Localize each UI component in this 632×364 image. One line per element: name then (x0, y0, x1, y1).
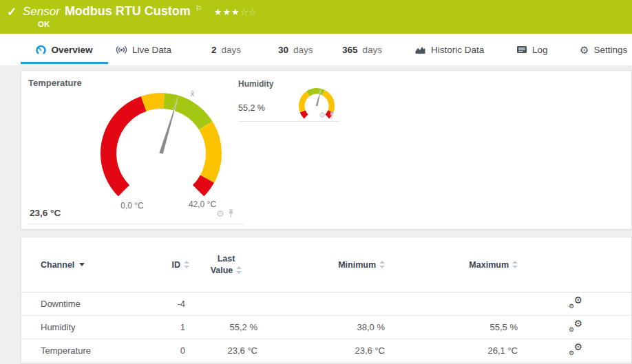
column-header-channel[interactable]: Channel (41, 260, 158, 270)
humidity-pin-icon[interactable] (329, 111, 335, 119)
maximum-value: 55,5 % (386, 322, 519, 332)
temperature-pin-icon[interactable] (228, 209, 234, 218)
column-header-id[interactable]: ID (158, 260, 193, 270)
status-ok-check-icon: ✓ (7, 5, 17, 19)
humidity-panel-title: Humidity (238, 79, 273, 89)
star-filled-icon[interactable]: ★ (231, 7, 240, 17)
channel-id: -4 (158, 299, 193, 309)
temperature-panel-title: Temperature (28, 78, 82, 88)
table-row: Humidity155,2 %38,0 %55,5 %⚙⚙ (21, 316, 631, 339)
tab-log[interactable]: Log (516, 34, 548, 65)
temperature-panel-divider (28, 224, 244, 224)
temperature-scale-min: 0,0 °C (108, 201, 156, 211)
column-header-last-value[interactable]: Last Value (193, 253, 259, 276)
channel-name: Temperature (41, 345, 158, 356)
sensor-title: Modbus RTU Custom (65, 4, 191, 19)
sort-icon (236, 266, 242, 274)
humidity-gear-icon[interactable]: ⚙ (319, 111, 326, 119)
sort-descending-icon (79, 263, 85, 266)
last-value: 55,2 % (193, 322, 259, 332)
sensor-tab-bar: Overview Live Data 2 days 30 days 365 da… (0, 34, 632, 65)
status-badge: OK (38, 20, 50, 28)
active-tab-indicator (21, 62, 108, 64)
sort-icon (184, 261, 189, 268)
tab-settings-label: Settings (593, 45, 627, 55)
minimum-value: 23,6 °C (259, 345, 386, 356)
area-chart-icon (414, 45, 426, 54)
tab-live-data-label: Live Data (132, 45, 171, 55)
channels-table-header: Channel ID Last Value Minimum Maximum (21, 237, 631, 292)
table-row: Downtime-4⚙⚙ (21, 292, 631, 316)
overview-gauges-card: Temperature x̄ 0,0 °C 42,0 °C 23,6 °C ⚙ … (21, 70, 632, 230)
channel-settings-icon[interactable]: ⚙⚙ (569, 297, 582, 309)
sort-icon (379, 261, 385, 268)
star-empty-icon[interactable]: ☆ (249, 7, 257, 17)
tab-2-days[interactable]: 2 days (211, 34, 241, 65)
tab-historic-data-label: Historic Data (431, 45, 484, 55)
channel-settings-icon[interactable]: ⚙⚙ (569, 320, 582, 332)
channel-id: 1 (158, 322, 193, 332)
minimum-value: 38,0 % (259, 322, 386, 332)
humidity-current-value: 55,2 % (238, 103, 265, 113)
temperature-gauge: x̄ (92, 85, 230, 207)
maximum-value: 26,1 °C (386, 345, 519, 356)
sort-icon (512, 261, 518, 268)
tab-settings[interactable]: ⚙ Settings (580, 34, 627, 65)
column-header-maximum[interactable]: Maximum (386, 260, 519, 270)
priority-flag-icon[interactable]: ⚐ (196, 4, 202, 13)
channel-name: Downtime (41, 299, 158, 309)
tab-live-data[interactable]: Live Data (116, 34, 171, 65)
star-filled-icon[interactable]: ★ (222, 7, 231, 17)
last-value: 23,6 °C (193, 345, 259, 356)
gear-icon: ⚙ (580, 45, 589, 55)
channel-settings-icon[interactable]: ⚙⚙ (569, 343, 582, 356)
live-data-icon (116, 45, 127, 54)
temperature-gear-icon[interactable]: ⚙ (216, 209, 224, 218)
column-header-minimum[interactable]: Minimum (259, 260, 386, 270)
channel-id: 0 (158, 345, 193, 356)
tab-historic-data[interactable]: Historic Data (414, 34, 484, 65)
channel-name: Humidity (41, 322, 158, 332)
star-empty-icon[interactable]: ☆ (240, 7, 249, 17)
tab-365-days[interactable]: 365 days (342, 34, 382, 65)
tab-log-label: Log (532, 45, 548, 55)
temperature-scale-max: 42,0 °C (178, 200, 227, 209)
temperature-current-value: 23,6 °C (30, 208, 61, 218)
tab-30-days[interactable]: 30 days (278, 34, 313, 65)
channels-table-card: Channel ID Last Value Minimum Maximum (21, 237, 632, 364)
log-icon (516, 45, 527, 54)
object-type-label: Sensor (23, 5, 60, 19)
priority-stars[interactable]: ★★★☆☆ (214, 7, 257, 17)
sensor-banner: ✓ Sensor Modbus RTU Custom ⚐ ★★★☆☆ OK (0, 0, 632, 34)
prtg-sensor-page: ✓ Sensor Modbus RTU Custom ⚐ ★★★☆☆ OK Ov… (0, 0, 632, 364)
tab-overview-label: Overview (51, 45, 92, 55)
svg-text:x̄: x̄ (191, 89, 195, 98)
tab-overview[interactable]: Overview (21, 34, 108, 65)
channels-table-body: Downtime-4⚙⚙Humidity155,2 %38,0 %55,5 %⚙… (21, 292, 631, 363)
star-filled-icon[interactable]: ★ (214, 7, 223, 17)
humidity-panel-divider (238, 121, 339, 122)
table-row: Temperature023,6 °C23,6 °C26,1 °C⚙⚙ (21, 339, 631, 363)
gauge-icon (36, 45, 46, 55)
